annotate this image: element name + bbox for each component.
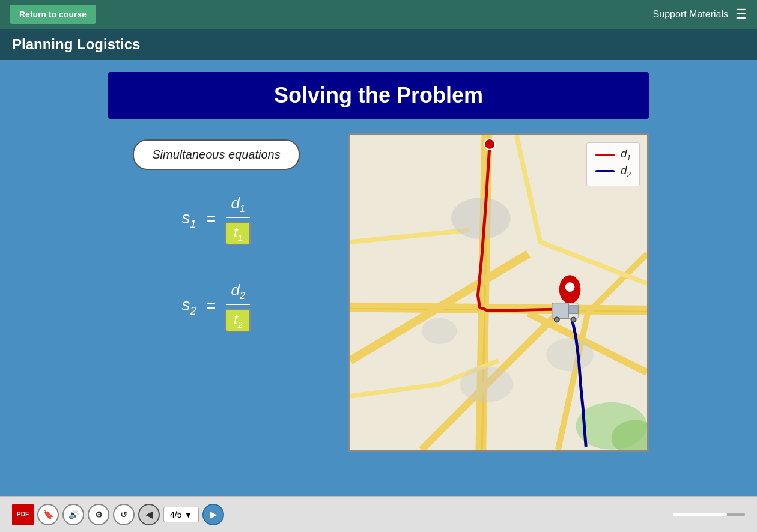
map-panel: d1 d2 xyxy=(348,133,649,452)
legend-d2-label: d2 xyxy=(621,165,631,179)
next-button[interactable]: ▶ xyxy=(202,504,224,525)
eq1-denominator: t1 xyxy=(225,222,251,245)
svg-point-10 xyxy=(565,282,575,292)
eq2-lhs: s2 xyxy=(182,295,196,318)
equation-1: s1 = d1 t1 xyxy=(182,194,251,245)
eq1-lhs: s1 xyxy=(182,208,196,231)
title-bar: Planning Logistics xyxy=(0,29,757,60)
toolbar-left: PDF 🔖 🔊 ⚙ ↺ ◀ 4/5 ▼ ▶ xyxy=(12,504,224,525)
equations-panel: Simultaneous equations s1 = d1 t1 xyxy=(108,133,324,332)
page-dropdown-arrow: ▼ xyxy=(184,510,192,519)
course-title: Planning Logistics xyxy=(12,36,140,53)
svg-point-17 xyxy=(572,318,576,321)
eq1-numerator: d1 xyxy=(226,194,250,218)
progress-bar-track xyxy=(673,513,745,516)
svg-point-7 xyxy=(484,139,495,150)
refresh-button[interactable]: ↺ xyxy=(113,504,135,525)
support-materials-area: Support Materials ☰ xyxy=(653,8,747,21)
pdf-button[interactable]: PDF xyxy=(12,504,34,525)
legend-line-red xyxy=(595,154,615,156)
legend-item-d1: d1 xyxy=(595,148,631,162)
progress-bar-area xyxy=(673,513,745,516)
eq2-equals: = xyxy=(206,297,216,316)
eq2-fraction: d2 t2 xyxy=(225,281,251,332)
svg-point-5 xyxy=(546,338,594,371)
support-materials-label: Support Materials xyxy=(653,9,728,20)
progress-bar-fill xyxy=(673,513,727,516)
map-legend: d1 d2 xyxy=(586,142,640,186)
legend-d1-label: d1 xyxy=(621,148,631,162)
eq2-denominator: t2 xyxy=(225,309,251,332)
content-area: Simultaneous equations s1 = d1 t1 xyxy=(18,133,739,452)
menu-icon-button[interactable]: ☰ xyxy=(735,8,747,21)
svg-point-3 xyxy=(451,198,511,239)
bookmark-button[interactable]: 🔖 xyxy=(37,504,59,525)
audio-button[interactable]: 🔊 xyxy=(62,504,84,525)
svg-point-4 xyxy=(460,367,514,402)
svg-point-15 xyxy=(555,318,559,321)
eq1-equals: = xyxy=(206,210,216,229)
slide-title-banner: Solving the Problem xyxy=(108,72,649,119)
bottom-toolbar: PDF 🔖 🔊 ⚙ ↺ ◀ 4/5 ▼ ▶ xyxy=(0,496,757,532)
previous-button[interactable]: ◀ xyxy=(138,504,160,525)
equation-2: s2 = d2 t2 xyxy=(182,281,251,332)
settings-button[interactable]: ⚙ xyxy=(88,504,109,525)
top-navigation: Return to course Support Materials ☰ xyxy=(0,0,757,29)
svg-point-6 xyxy=(422,318,457,343)
legend-item-d2: d2 xyxy=(595,165,631,179)
eq2-numerator: d2 xyxy=(226,281,250,305)
legend-line-blue xyxy=(595,170,615,172)
page-indicator[interactable]: 4/5 ▼ xyxy=(163,507,199,522)
svg-rect-13 xyxy=(569,306,579,314)
eq1-fraction: d1 t1 xyxy=(225,194,251,245)
return-to-course-button[interactable]: Return to course xyxy=(10,5,96,24)
page-display: 4/5 xyxy=(170,510,181,519)
svg-rect-12 xyxy=(552,303,569,319)
main-content: Solving the Problem Simultaneous equatio… xyxy=(0,60,757,496)
simultaneous-equations-box: Simultaneous equations xyxy=(133,139,299,170)
